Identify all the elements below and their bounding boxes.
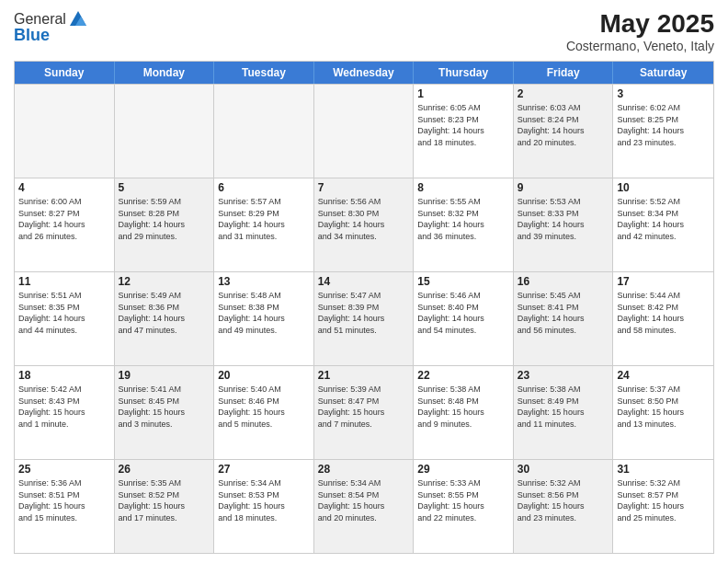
day-info: Sunrise: 5:34 AM Sunset: 8:53 PM Dayligh… [218, 477, 310, 523]
calendar-row-1: 1Sunrise: 6:05 AM Sunset: 8:23 PM Daylig… [15, 84, 713, 178]
day-info: Sunrise: 5:56 AM Sunset: 8:30 PM Dayligh… [318, 196, 410, 242]
month-title: May 2025 [566, 9, 714, 39]
calendar-cell-empty [314, 85, 415, 178]
calendar-cell-day-15: 15Sunrise: 5:46 AM Sunset: 8:40 PM Dayli… [414, 272, 514, 365]
calendar-cell-day-2: 2Sunrise: 6:03 AM Sunset: 8:24 PM Daylig… [514, 85, 614, 178]
calendar-cell-day-5: 5Sunrise: 5:59 AM Sunset: 8:28 PM Daylig… [115, 178, 215, 271]
calendar-row-5: 25Sunrise: 5:36 AM Sunset: 8:51 PM Dayli… [15, 459, 713, 553]
logo: General Blue [14, 9, 90, 45]
day-info: Sunrise: 5:57 AM Sunset: 8:29 PM Dayligh… [218, 196, 310, 242]
calendar-cell-day-30: 30Sunrise: 5:32 AM Sunset: 8:56 PM Dayli… [514, 460, 614, 553]
day-number: 15 [417, 275, 509, 288]
day-info: Sunrise: 5:38 AM Sunset: 8:48 PM Dayligh… [417, 384, 509, 430]
day-number: 28 [318, 463, 410, 476]
day-number: 27 [218, 463, 310, 476]
calendar-cell-day-25: 25Sunrise: 5:36 AM Sunset: 8:51 PM Dayli… [15, 460, 115, 553]
calendar-cell-empty [115, 85, 215, 178]
calendar-cell-day-4: 4Sunrise: 6:00 AM Sunset: 8:27 PM Daylig… [15, 178, 115, 271]
calendar-cell-day-9: 9Sunrise: 5:53 AM Sunset: 8:33 PM Daylig… [514, 178, 614, 271]
calendar-cell-empty [214, 85, 314, 178]
calendar-row-3: 11Sunrise: 5:51 AM Sunset: 8:35 PM Dayli… [15, 271, 713, 365]
day-number: 26 [119, 463, 210, 476]
calendar-cell-day-16: 16Sunrise: 5:45 AM Sunset: 8:41 PM Dayli… [514, 272, 614, 365]
day-number: 3 [617, 87, 710, 100]
day-info: Sunrise: 5:34 AM Sunset: 8:54 PM Dayligh… [318, 477, 410, 523]
day-number: 1 [417, 87, 509, 100]
calendar-cell-day-18: 18Sunrise: 5:42 AM Sunset: 8:43 PM Dayli… [15, 366, 115, 459]
day-info: Sunrise: 5:59 AM Sunset: 8:28 PM Dayligh… [119, 196, 210, 242]
page: General Blue May 2025 Costermano, Veneto… [0, 0, 728, 563]
calendar-cell-day-26: 26Sunrise: 5:35 AM Sunset: 8:52 PM Dayli… [115, 460, 215, 553]
day-info: Sunrise: 5:45 AM Sunset: 8:41 PM Dayligh… [518, 290, 609, 336]
day-number: 25 [18, 463, 110, 476]
day-number: 11 [18, 275, 110, 288]
calendar-cell-day-24: 24Sunrise: 5:37 AM Sunset: 8:50 PM Dayli… [613, 366, 713, 459]
title-block: May 2025 Costermano, Veneto, Italy [566, 9, 714, 53]
calendar-cell-day-28: 28Sunrise: 5:34 AM Sunset: 8:54 PM Dayli… [314, 460, 415, 553]
calendar: SundayMondayTuesdayWednesdayThursdayFrid… [14, 61, 714, 554]
weekday-header-monday: Monday [115, 62, 215, 84]
calendar-cell-day-7: 7Sunrise: 5:56 AM Sunset: 8:30 PM Daylig… [314, 178, 415, 271]
day-info: Sunrise: 6:05 AM Sunset: 8:23 PM Dayligh… [417, 102, 509, 148]
day-info: Sunrise: 5:52 AM Sunset: 8:34 PM Dayligh… [617, 196, 710, 242]
day-info: Sunrise: 6:03 AM Sunset: 8:24 PM Dayligh… [518, 102, 609, 148]
day-number: 8 [417, 181, 509, 194]
calendar-cell-day-29: 29Sunrise: 5:33 AM Sunset: 8:55 PM Dayli… [414, 460, 514, 553]
day-info: Sunrise: 5:41 AM Sunset: 8:45 PM Dayligh… [119, 384, 210, 430]
calendar-cell-empty [15, 85, 115, 178]
day-info: Sunrise: 5:48 AM Sunset: 8:38 PM Dayligh… [218, 290, 310, 336]
day-number: 29 [417, 463, 509, 476]
calendar-cell-day-23: 23Sunrise: 5:38 AM Sunset: 8:49 PM Dayli… [514, 366, 614, 459]
day-number: 10 [617, 181, 710, 194]
calendar-cell-day-6: 6Sunrise: 5:57 AM Sunset: 8:29 PM Daylig… [214, 178, 314, 271]
day-info: Sunrise: 5:38 AM Sunset: 8:49 PM Dayligh… [518, 384, 609, 430]
calendar-cell-day-12: 12Sunrise: 5:49 AM Sunset: 8:36 PM Dayli… [115, 272, 215, 365]
weekday-header-saturday: Saturday [613, 62, 713, 84]
day-number: 13 [218, 275, 310, 288]
calendar-cell-day-21: 21Sunrise: 5:39 AM Sunset: 8:47 PM Dayli… [314, 366, 415, 459]
weekday-header-sunday: Sunday [15, 62, 115, 84]
calendar-header: SundayMondayTuesdayWednesdayThursdayFrid… [15, 62, 713, 84]
calendar-cell-day-27: 27Sunrise: 5:34 AM Sunset: 8:53 PM Dayli… [214, 460, 314, 553]
calendar-cell-day-3: 3Sunrise: 6:02 AM Sunset: 8:25 PM Daylig… [613, 85, 713, 178]
day-info: Sunrise: 6:00 AM Sunset: 8:27 PM Dayligh… [18, 196, 110, 242]
day-number: 5 [119, 181, 210, 194]
calendar-cell-day-19: 19Sunrise: 5:41 AM Sunset: 8:45 PM Dayli… [115, 366, 215, 459]
calendar-cell-day-17: 17Sunrise: 5:44 AM Sunset: 8:42 PM Dayli… [613, 272, 713, 365]
calendar-row-4: 18Sunrise: 5:42 AM Sunset: 8:43 PM Dayli… [15, 365, 713, 459]
calendar-cell-day-14: 14Sunrise: 5:47 AM Sunset: 8:39 PM Dayli… [314, 272, 415, 365]
calendar-cell-day-22: 22Sunrise: 5:38 AM Sunset: 8:48 PM Dayli… [414, 366, 514, 459]
day-number: 4 [18, 181, 110, 194]
calendar-cell-day-1: 1Sunrise: 6:05 AM Sunset: 8:23 PM Daylig… [414, 85, 514, 178]
day-number: 19 [119, 369, 210, 382]
weekday-header-friday: Friday [514, 62, 614, 84]
day-info: Sunrise: 5:32 AM Sunset: 8:56 PM Dayligh… [518, 477, 609, 523]
calendar-cell-day-10: 10Sunrise: 5:52 AM Sunset: 8:34 PM Dayli… [613, 178, 713, 271]
day-number: 31 [617, 463, 710, 476]
header: General Blue May 2025 Costermano, Veneto… [14, 9, 714, 53]
day-info: Sunrise: 5:46 AM Sunset: 8:40 PM Dayligh… [417, 290, 509, 336]
location-subtitle: Costermano, Veneto, Italy [566, 39, 714, 53]
logo-icon [68, 9, 88, 29]
weekday-header-wednesday: Wednesday [314, 62, 415, 84]
day-number: 30 [518, 463, 609, 476]
day-info: Sunrise: 6:02 AM Sunset: 8:25 PM Dayligh… [617, 102, 710, 148]
day-info: Sunrise: 5:55 AM Sunset: 8:32 PM Dayligh… [417, 196, 509, 242]
day-number: 14 [318, 275, 410, 288]
day-info: Sunrise: 5:40 AM Sunset: 8:46 PM Dayligh… [218, 384, 310, 430]
day-info: Sunrise: 5:33 AM Sunset: 8:55 PM Dayligh… [417, 477, 509, 523]
calendar-body: 1Sunrise: 6:05 AM Sunset: 8:23 PM Daylig… [15, 84, 713, 553]
day-number: 9 [518, 181, 609, 194]
day-info: Sunrise: 5:51 AM Sunset: 8:35 PM Dayligh… [18, 290, 110, 336]
day-info: Sunrise: 5:42 AM Sunset: 8:43 PM Dayligh… [18, 384, 110, 430]
day-info: Sunrise: 5:39 AM Sunset: 8:47 PM Dayligh… [318, 384, 410, 430]
day-number: 21 [318, 369, 410, 382]
day-info: Sunrise: 5:35 AM Sunset: 8:52 PM Dayligh… [119, 477, 210, 523]
calendar-cell-day-8: 8Sunrise: 5:55 AM Sunset: 8:32 PM Daylig… [414, 178, 514, 271]
day-info: Sunrise: 5:49 AM Sunset: 8:36 PM Dayligh… [119, 290, 210, 336]
day-number: 2 [518, 87, 609, 100]
day-number: 7 [318, 181, 410, 194]
calendar-cell-day-20: 20Sunrise: 5:40 AM Sunset: 8:46 PM Dayli… [214, 366, 314, 459]
day-number: 22 [417, 369, 509, 382]
day-info: Sunrise: 5:47 AM Sunset: 8:39 PM Dayligh… [318, 290, 410, 336]
